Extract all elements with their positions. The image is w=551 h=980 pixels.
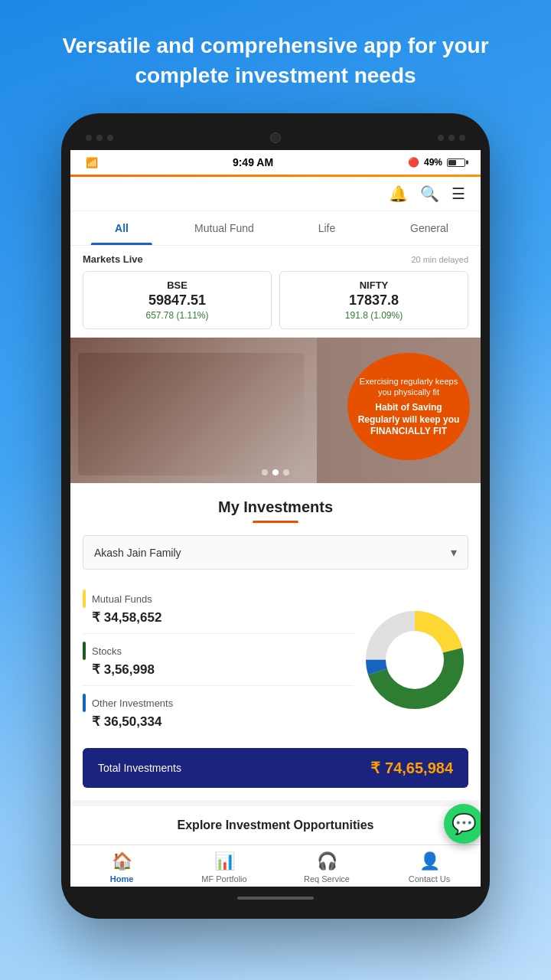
nav-mf-portfolio[interactable]: 📊 MF Portfolio — [173, 851, 276, 884]
family-dropdown[interactable]: Akash Jain Family ▾ — [83, 535, 468, 570]
nifty-change: 191.8 (1.09%) — [291, 310, 457, 321]
investments-title-underline — [253, 521, 298, 523]
banner-section: Exercising regularly keeps you physicall… — [70, 338, 481, 483]
other-investments-value: ₹ 36,50,334 — [92, 714, 354, 730]
markets-delay-note: 20 min delayed — [411, 255, 468, 264]
mutual-funds-dot — [83, 590, 86, 608]
total-investments-label: Total Investments — [98, 762, 181, 774]
nifty-value: 17837.8 — [291, 292, 457, 309]
phone-home-bar — [70, 887, 481, 910]
banner-bubble: Exercising regularly keeps you physicall… — [347, 353, 470, 460]
search-icon[interactable]: 🔍 — [420, 185, 439, 203]
banner-dots — [262, 469, 289, 475]
top-nav: 🔔 🔍 ☰ — [70, 177, 481, 211]
bottom-nav: 🏠 Home 📊 MF Portfolio 🎧 Req Service 👤 Co… — [70, 844, 481, 887]
investments-title: My Investments — [83, 498, 468, 516]
total-investments-bar: Total Investments ₹ 74,65,984 — [83, 748, 468, 788]
tagline: Versatile and comprehensive app for your… — [16, 0, 534, 113]
markets-live-title: Markets Live — [83, 253, 143, 265]
banner-dot-1 — [262, 469, 268, 475]
markets-live-section: Markets Live 20 min delayed BSE 59847.51… — [70, 246, 481, 338]
stocks-dot — [83, 642, 86, 660]
tab-general[interactable]: General — [378, 211, 481, 245]
status-time: 9:49 AM — [233, 156, 273, 168]
investments-section: My Investments Akash Jain Family ▾ Mutua… — [70, 483, 481, 800]
explore-section: Explore Investment Opportunities — [70, 800, 481, 844]
mutual-funds-value: ₹ 34,58,652 — [92, 609, 354, 626]
req-service-icon: 🎧 — [317, 851, 337, 871]
status-bar: 📶 9:49 AM 🔴 49% — [70, 150, 481, 175]
stocks-item: Stocks ₹ 3,56,998 — [83, 634, 354, 686]
explore-title: Explore Investment Opportunities — [83, 818, 468, 832]
other-investments-label: Other Investments — [92, 697, 173, 709]
tab-all[interactable]: All — [70, 211, 173, 245]
whatsapp-button[interactable]: 💬 — [444, 804, 481, 844]
family-dropdown-label: Akash Jain Family — [94, 547, 181, 559]
banner-bubble-text2: Habit of Saving Regularly will keep you … — [355, 402, 462, 438]
nifty-name: NIFTY — [291, 279, 457, 291]
bse-card: BSE 59847.51 657.78 (1.11%) — [83, 271, 272, 329]
investments-list: Mutual Funds ₹ 34,58,652 Stocks ₹ 3,56,9… — [83, 582, 354, 737]
home-icon: 🏠 — [112, 851, 132, 871]
dropdown-arrow-icon: ▾ — [451, 545, 457, 560]
nav-req-service[interactable]: 🎧 Req Service — [276, 851, 378, 884]
wifi-icon: 📶 — [86, 157, 98, 168]
banner-dot-2 — [272, 469, 279, 475]
nifty-card: NIFTY 17837.8 191.8 (1.09%) — [279, 271, 468, 329]
donut-chart — [361, 606, 468, 714]
svg-point-4 — [386, 631, 444, 689]
tab-life[interactable]: Life — [276, 211, 378, 245]
bse-value: 59847.51 — [94, 292, 260, 309]
tab-bar: All Mutual Fund Life General — [70, 211, 481, 246]
total-investments-value: ₹ 74,65,984 — [370, 759, 453, 777]
mutual-funds-label: Mutual Funds — [92, 593, 152, 605]
nav-mf-label: MF Portfolio — [201, 874, 246, 884]
tab-mutual-fund[interactable]: Mutual Fund — [173, 211, 276, 245]
other-investments-item: Other Investments ₹ 36,50,334 — [83, 686, 354, 737]
battery-icon — [447, 158, 465, 167]
battery-percent: 49% — [424, 157, 442, 168]
bell-icon[interactable]: 🔔 — [389, 185, 408, 203]
mutual-funds-item: Mutual Funds ₹ 34,58,652 — [83, 582, 354, 634]
nav-contact-us[interactable]: 👤 Contact Us — [378, 851, 481, 884]
bse-change: 657.78 (1.11%) — [94, 310, 260, 321]
status-icons: 🔴 49% — [408, 157, 465, 168]
nav-home[interactable]: 🏠 Home — [70, 851, 173, 884]
stocks-value: ₹ 3,56,998 — [92, 662, 354, 678]
menu-icon[interactable]: ☰ — [452, 185, 465, 203]
stocks-label: Stocks — [92, 645, 122, 657]
nav-req-label: Req Service — [304, 874, 350, 884]
nav-contact-label: Contact Us — [409, 874, 450, 884]
mf-portfolio-icon: 📊 — [214, 851, 235, 871]
banner-bubble-text1: Exercising regularly keeps you physicall… — [355, 376, 462, 398]
contact-icon: 👤 — [419, 851, 440, 871]
banner-dot-3 — [283, 469, 289, 475]
bluetooth-icon: 🔴 — [408, 157, 419, 168]
nav-home-label: Home — [110, 874, 134, 884]
other-investments-dot — [83, 694, 86, 712]
bse-name: BSE — [94, 279, 260, 291]
